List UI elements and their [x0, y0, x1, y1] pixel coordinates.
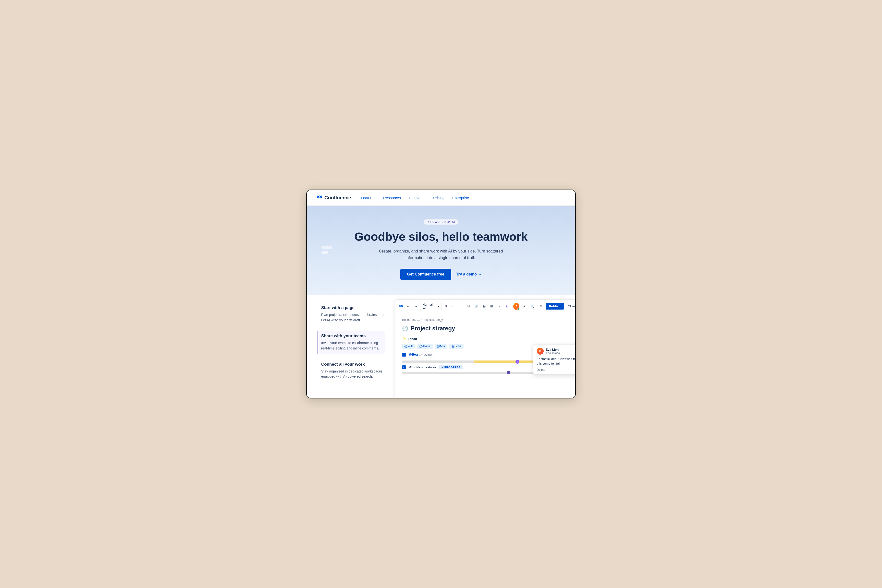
- close-button[interactable]: Close: [566, 303, 576, 309]
- features-left: Start with a page Plan projects, take no…: [307, 295, 395, 398]
- comment-header: E Eva Lien 4 hours ago: [537, 348, 576, 355]
- nav-logo[interactable]: Confluence: [317, 194, 351, 201]
- deco-pill-1: [322, 246, 332, 249]
- avatar-status-dot: [517, 308, 520, 310]
- try-demo-link[interactable]: Try a demo →: [456, 272, 482, 276]
- feature-start-with-page[interactable]: Start with a page Plan projects, take no…: [317, 305, 385, 323]
- nav-link-templates[interactable]: Templates: [409, 196, 425, 200]
- comment-time: 4 hours ago: [545, 351, 560, 354]
- add-collaborator-button[interactable]: +: [521, 303, 527, 310]
- editor-toolbar: ↩ ↪ Normal text ▾ B I ... ☑ 🔗 @ ⊞ +▾: [395, 300, 576, 313]
- nav-links: Features Resources Templates Pricing Ent…: [361, 196, 469, 200]
- highlight-marker: M: [515, 360, 519, 364]
- feature-title-connect: Connect all your work: [321, 362, 385, 367]
- feature-desc-start: Plan projects, take notes, and brainstor…: [321, 312, 385, 323]
- eva-review-text: @Eva to review: [409, 352, 433, 357]
- eva-mention[interactable]: @Eva: [409, 352, 418, 357]
- editor-mockup: ↩ ↪ Normal text ▾ B I ... ☑ 🔗 @ ⊞ +▾: [395, 295, 576, 398]
- insert-button[interactable]: +▾: [496, 304, 502, 309]
- nav-logo-text: Confluence: [325, 195, 351, 201]
- task-label: [iOS] New Features: [409, 365, 436, 369]
- hero-decoration: [322, 246, 332, 254]
- user-avatar: A: [513, 303, 519, 310]
- team-tag-jose[interactable]: @Jose: [449, 344, 464, 349]
- checkbox-button[interactable]: ☑: [466, 304, 471, 309]
- text-format-select[interactable]: Normal text ▾: [420, 302, 442, 311]
- hero-actions: Get Confluence free Try a demo →: [317, 268, 565, 280]
- comment-text: Fantastic idea! Can't wait to see this c…: [537, 357, 576, 366]
- editor-content: Research / … / Project strategy 🕐 Projec…: [395, 313, 576, 380]
- publish-button[interactable]: Publish: [545, 303, 564, 309]
- hero-subtitle: Create, organize, and share work with AI…: [370, 248, 512, 261]
- undo-button[interactable]: ↩: [406, 304, 411, 309]
- comment-delete-button[interactable]: Delete: [537, 368, 576, 372]
- deco-pill-2: [322, 251, 328, 254]
- table-button[interactable]: ⊞: [489, 304, 494, 309]
- feature-title-share: Share with your teams: [321, 333, 382, 339]
- nav-link-features[interactable]: Features: [361, 196, 375, 200]
- get-confluence-free-button[interactable]: Get Confluence free: [400, 268, 451, 280]
- team-tag-alana[interactable]: @Alana: [417, 344, 433, 349]
- doc-title-text: Project strategy: [411, 325, 455, 332]
- comment-author: Eva Lien: [545, 348, 560, 351]
- toolbar-confluence-icon: [399, 304, 403, 309]
- feature-title-start: Start with a page: [321, 305, 385, 310]
- italic-button[interactable]: I: [450, 304, 454, 309]
- editor-window: ↩ ↪ Normal text ▾ B I ... ☑ 🔗 @ ⊞ +▾: [395, 300, 576, 398]
- confluence-logo-icon: [317, 194, 322, 201]
- mode-button[interactable]: ⊡: [538, 303, 544, 310]
- hero-badge: ✦ POWERED BY AI: [424, 219, 458, 225]
- feature-desc-share: Invite your teams to collaborate using r…: [321, 340, 382, 351]
- review-checkbox[interactable]: ✓: [402, 352, 406, 357]
- nav-link-resources[interactable]: Resources: [383, 196, 401, 200]
- comment-overlay: E Eva Lien 4 hours ago Fantastic idea! C…: [533, 345, 576, 375]
- comment-meta: Eva Lien 4 hours ago: [545, 348, 560, 354]
- bold-button[interactable]: B: [443, 304, 448, 309]
- breadcrumb: Research / … / Project strategy: [402, 318, 576, 321]
- features-section: Start with a page Plan projects, take no…: [307, 295, 575, 398]
- progress-marker: D: [507, 371, 510, 374]
- ai-button[interactable]: ✦: [504, 304, 509, 309]
- task-checkbox[interactable]: ✓: [402, 365, 406, 369]
- text-format-label: Normal text: [422, 303, 437, 310]
- feature-share-with-teams[interactable]: Share with your teams Invite your teams …: [317, 331, 385, 354]
- doc-title-icon: 🕐: [402, 326, 408, 332]
- redo-button[interactable]: ↪: [413, 304, 418, 309]
- more-formatting-button[interactable]: ...: [455, 304, 461, 309]
- doc-title: 🕐 Project strategy: [402, 325, 576, 332]
- hero-section: ✦ POWERED BY AI Goodbye silos, hello tea…: [307, 206, 575, 295]
- comment-avatar: E: [537, 348, 544, 355]
- nav-link-pricing[interactable]: Pricing: [433, 196, 445, 200]
- nav-link-enterprise[interactable]: Enterprise: [452, 196, 469, 200]
- search-button[interactable]: 🔍: [529, 303, 536, 310]
- task-status-badge: IN PROGRESS: [439, 365, 462, 369]
- browser-frame: Confluence Features Resources Templates …: [306, 189, 576, 399]
- team-section-label: ✨ Team: [402, 337, 576, 341]
- mention-button[interactable]: @: [481, 304, 487, 309]
- feature-connect-all-work[interactable]: Connect all your work Stay organized in …: [317, 362, 385, 380]
- team-tag-will[interactable]: @Will: [402, 344, 415, 349]
- toolbar-separator: [463, 304, 463, 309]
- feature-desc-connect: Stay organized in dedicated workspaces, …: [321, 369, 385, 380]
- text-format-chevron: ▾: [437, 304, 439, 308]
- link-button[interactable]: 🔗: [473, 304, 479, 309]
- hero-title: Goodbye silos, hello teamwork: [317, 230, 565, 243]
- team-tag-mia[interactable]: @Mia: [435, 344, 447, 349]
- navbar: Confluence Features Resources Templates …: [307, 190, 575, 206]
- review-action: to review: [419, 352, 433, 357]
